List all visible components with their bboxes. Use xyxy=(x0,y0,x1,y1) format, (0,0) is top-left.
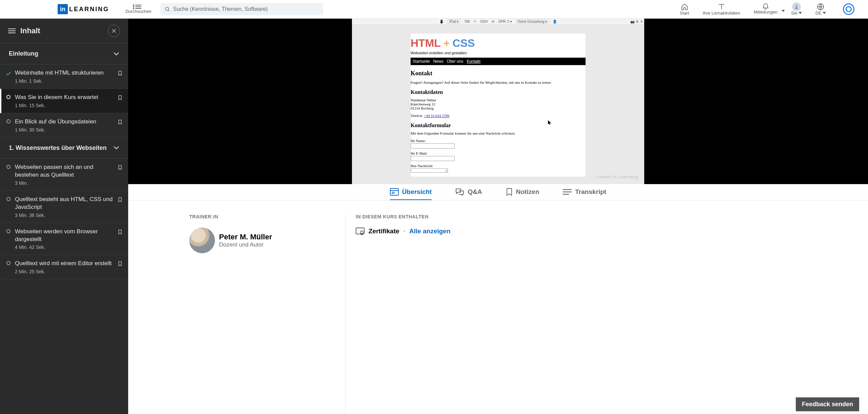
ring-icon xyxy=(843,3,854,15)
content-tabs: Übersicht Q&A Notizen Transkript xyxy=(128,184,868,200)
mock-tel: +49 10 634 5789 xyxy=(424,114,449,118)
trainer-avatar xyxy=(189,228,215,253)
transcript-icon xyxy=(563,189,572,195)
logo-icon: in xyxy=(58,4,68,14)
lesson-item[interactable]: Webseiten werden vom Browser dargestellt… xyxy=(0,223,128,255)
mock-label-msg: Ihre Nachricht: xyxy=(411,164,433,168)
bookmark-button[interactable] xyxy=(117,94,123,102)
logo-text: LEARNING xyxy=(69,6,109,13)
browse-button[interactable]: Durchsuchen xyxy=(125,5,152,14)
search-icon xyxy=(164,6,170,12)
mock-label-email: Ihr E-Mail: xyxy=(411,151,428,155)
hero-sub: Webseiten erstellen und gestalten xyxy=(411,51,586,55)
lesson-time: 1 Min. 15 Sek. xyxy=(15,103,114,108)
search-input[interactable] xyxy=(173,6,319,12)
hero-css: CSS xyxy=(453,37,475,50)
sidebar-scroll[interactable]: Einleitung Webinhalte mit HTML strukturi… xyxy=(0,43,128,414)
chevron-down-icon xyxy=(113,52,119,56)
devtools-bar: 📱 iPad ▾ 768 × 1024 ⟳ DPR: 2 ▾ Keine Dro… xyxy=(352,19,644,25)
video-player[interactable]: 📱 iPad ▾ 768 × 1024 ⟳ DPR: 2 ▾ Keine Dro… xyxy=(128,19,868,184)
section-title: 1. Wissenswertes über Webseiten xyxy=(9,144,107,152)
lesson-title: Webseiten werden vom Browser dargestellt xyxy=(15,228,114,243)
mock-addr-name: Waldemar Weber xyxy=(411,98,586,102)
nav-lang[interactable]: DE xyxy=(815,3,826,16)
nav-me[interactable]: Sie xyxy=(791,3,802,16)
bookmark-button[interactable] xyxy=(117,69,123,78)
list-icon xyxy=(135,5,141,9)
mock-h2b: Kontaktformular xyxy=(411,122,586,129)
mock-nav-contact: Kontakt xyxy=(467,59,480,64)
nav-mylearning[interactable]: Ihre Lernaktivitäten xyxy=(703,3,740,16)
bookmark-icon xyxy=(117,164,123,171)
section-head-intro[interactable]: Einleitung xyxy=(0,43,128,64)
bookmark-icon xyxy=(117,260,123,267)
mock-addr-street: Kästchenweg 12 xyxy=(411,102,586,106)
cursor-icon xyxy=(548,120,551,125)
lesson-item[interactable]: Webinhalte mit HTML strukturieren 1 Min.… xyxy=(0,64,128,89)
sidebar: Inhalt Einleitung Webinhalte mit HTML st… xyxy=(0,19,128,414)
bookmark-icon xyxy=(117,94,123,101)
progress-circle-icon xyxy=(6,197,11,201)
sidebar-title: Inhalt xyxy=(20,26,40,35)
bookmark-icon xyxy=(117,229,123,235)
mock-h2a: Kontaktdaten xyxy=(411,89,586,95)
mock-h1: Kontakt xyxy=(411,70,586,77)
chat-icon xyxy=(455,188,464,196)
overview-icon xyxy=(390,188,399,196)
mock-nav: Startseite News Über uns Kontakt xyxy=(411,58,586,65)
tab-notes[interactable]: Notizen xyxy=(506,184,539,200)
bookmark-button[interactable] xyxy=(117,118,123,127)
bookmark-icon xyxy=(117,70,123,77)
mock-page: HTML + CSS Webseiten erstellen und gesta… xyxy=(411,34,586,177)
bookmark-button[interactable] xyxy=(117,260,123,269)
globe-icon xyxy=(817,3,824,11)
mock-nav-about: Über uns xyxy=(447,59,463,64)
tab-transcript[interactable]: Transkript xyxy=(563,184,606,200)
tab-overview[interactable]: Übersicht xyxy=(390,184,432,200)
trainer-role: Dozent und Autor xyxy=(219,241,272,248)
lesson-item[interactable]: Quelltext wird mit einem Editor erstellt… xyxy=(0,255,128,279)
mock-input-name xyxy=(411,143,455,149)
mock-intro: Fragen? Anregungen? Auf dieser Seite fin… xyxy=(411,80,586,84)
trainer-row[interactable]: Peter M. Müller Dozent und Autor xyxy=(189,228,332,253)
nav-notifications[interactable]: Mitteilungen xyxy=(754,2,777,17)
lesson-item[interactable]: Ein Blick auf die Übungsdateien 1 Min. 3… xyxy=(0,113,128,138)
lesson-item[interactable]: Was Sie in diesem Kurs erwartet 1 Min. 1… xyxy=(0,89,128,113)
nav-app-icon[interactable] xyxy=(843,3,854,15)
feedback-button[interactable]: Feedback senden xyxy=(796,397,859,411)
bookmark-button[interactable] xyxy=(117,163,123,172)
search-input-wrapper[interactable] xyxy=(160,3,323,15)
lesson-time: 2 Min. 25 Sek. xyxy=(15,269,114,274)
avatar-icon xyxy=(792,2,801,11)
section-head-1[interactable]: 1. Wissenswertes über Webseiten xyxy=(0,138,128,159)
overview-panel: TRAINER:IN Peter M. Müller Dozent und Au… xyxy=(128,200,868,414)
close-button[interactable] xyxy=(108,25,120,37)
show-all-link[interactable]: Alle anzeigen xyxy=(409,228,450,235)
lesson-item[interactable]: Quelltext besteht aus HTML, CSS und Java… xyxy=(0,191,128,223)
logo[interactable]: in LEARNING xyxy=(58,4,109,14)
lesson-time: 4 Min. 42 Sek. xyxy=(15,244,114,250)
tab-transcript-label: Transkript xyxy=(575,188,606,196)
viewport-height: 1024 xyxy=(480,20,488,23)
tab-qa[interactable]: Q&A xyxy=(455,184,482,200)
bookmark-button[interactable] xyxy=(117,228,123,237)
lesson-item[interactable]: Webseiten passen sich an und bestehen au… xyxy=(0,159,128,191)
nav-home[interactable]: Start xyxy=(680,3,689,16)
progress-circle-icon xyxy=(6,119,11,123)
mock-tel-label: Telefon: xyxy=(411,114,424,118)
svg-line-1 xyxy=(168,10,169,11)
lesson-time: 1 Min. 1 Sek. xyxy=(15,78,114,84)
svg-point-0 xyxy=(165,7,169,11)
section-title: Einleitung xyxy=(9,50,38,57)
lesson-time: 3 Min. xyxy=(15,180,114,186)
progress-circle-icon xyxy=(6,261,11,265)
note-icon xyxy=(506,188,513,196)
nav-home-label: Start xyxy=(680,11,689,16)
dpr-label: DPR: xyxy=(498,20,507,23)
bookmark-button[interactable] xyxy=(117,196,123,204)
tab-overview-label: Übersicht xyxy=(402,188,432,196)
included-label: IN DIESEM KURS ENTHALTEN xyxy=(356,214,848,219)
tab-qa-label: Q&A xyxy=(468,188,482,196)
certificate-icon xyxy=(356,228,364,235)
viewport-width: 768 xyxy=(464,20,470,23)
